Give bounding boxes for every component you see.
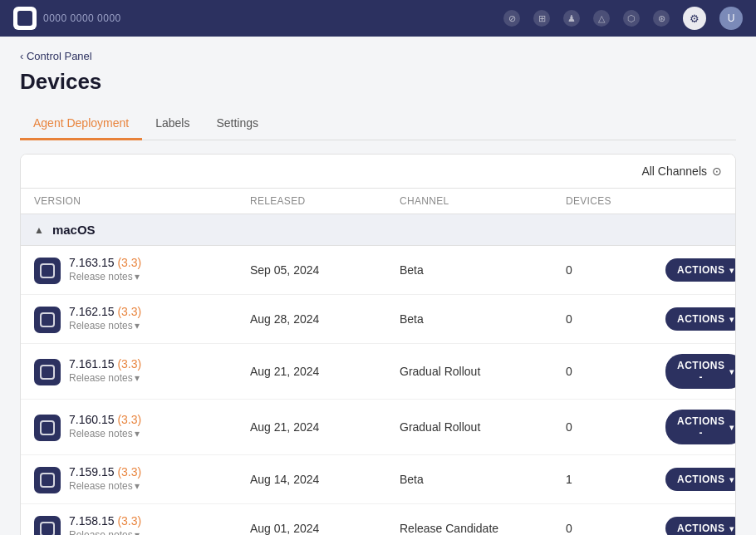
version-tag: (3.3) (117, 357, 141, 371)
rows-container: 7.163.15 (3.3) Release notes ▾ Sep 05, 2… (21, 246, 735, 535)
version-icon (34, 258, 61, 284)
chevron-down-icon: ▾ (729, 367, 734, 376)
actions-cell: ACTIONS ▾ (665, 517, 736, 535)
breadcrumb[interactable]: Control Panel (20, 50, 736, 62)
user-icon[interactable]: ♟ (563, 10, 580, 27)
col-channel: Channel (400, 195, 566, 207)
version-tag: (3.3) (117, 256, 141, 269)
actions-button[interactable]: ACTIONS - ▾ (665, 410, 736, 444)
actions-cell: ACTIONS - ▾ (665, 354, 736, 389)
actions-cell: ACTIONS - ▾ (665, 410, 736, 444)
devices-cell: 0 (566, 365, 665, 378)
table-row: 7.163.15 (3.3) Release notes ▾ Sep 05, 2… (21, 246, 735, 295)
release-notes-link[interactable]: Release notes ▾ (69, 480, 141, 492)
version-icon-inner (40, 263, 55, 278)
chevron-down-icon: ▾ (135, 480, 140, 492)
col-devices: Devices (566, 195, 665, 207)
active-settings-icon[interactable]: ⚙ (683, 7, 706, 30)
grid-icon[interactable]: ⊞ (533, 10, 550, 27)
version-cell: 7.160.15 (3.3) Release notes ▾ (34, 413, 250, 441)
version-icon-inner (40, 420, 55, 435)
version-number: 7.158.15 (3.3) (69, 514, 141, 528)
actions-button[interactable]: ACTIONS ▾ (665, 517, 736, 535)
toolbar: All Channels ⊙ (21, 155, 735, 189)
actions-cell: ACTIONS ▾ (665, 258, 736, 282)
table-row: 7.162.15 (3.3) Release notes ▾ Aug 28, 2… (21, 295, 735, 344)
version-info: 7.158.15 (3.3) Release notes ▾ (69, 514, 141, 535)
actions-label: ACTIONS - (677, 360, 725, 383)
actions-label: ACTIONS (677, 523, 725, 534)
app-name: 0000 0000 0000 (43, 12, 121, 24)
version-number: 7.159.15 (3.3) (69, 465, 141, 479)
tabs-container: Agent Deployment Labels Settings (20, 108, 736, 140)
actions-label: ACTIONS (677, 264, 725, 276)
group-toggle-macos[interactable]: ▲ (34, 224, 44, 236)
release-notes-link[interactable]: Release notes ▾ (69, 428, 141, 439)
channel-label: All Channels (641, 164, 707, 178)
release-notes-link[interactable]: Release notes ▾ (69, 271, 141, 282)
search-icon[interactable]: ⊘ (503, 10, 520, 27)
tab-labels[interactable]: Labels (142, 108, 203, 140)
topnav-left: 0000 0000 0000 (13, 7, 121, 30)
table-row: 7.159.15 (3.3) Release notes ▾ Aug 14, 2… (21, 455, 735, 504)
devices-cell: 0 (566, 420, 665, 434)
version-cell: 7.163.15 (3.3) Release notes ▾ (34, 256, 250, 284)
version-cell: 7.161.15 (3.3) Release notes ▾ (34, 357, 250, 385)
topnav-right: ⊘ ⊞ ♟ △ ⬡ ⊛ ⚙ U (503, 7, 743, 30)
release-notes-link[interactable]: Release notes ▾ (69, 320, 141, 331)
channel-cell: Beta (400, 473, 566, 486)
group-row-macos: ▲ macOS (21, 214, 735, 246)
chevron-down-icon: ▾ (729, 315, 734, 324)
shield-icon[interactable]: ⬡ (623, 10, 640, 27)
version-number: 7.161.15 (3.3) (69, 357, 141, 371)
actions-label: ACTIONS (677, 474, 725, 485)
version-icon (34, 415, 61, 441)
released-cell: Sep 05, 2024 (250, 263, 400, 277)
devices-cell: 0 (566, 263, 665, 277)
chevron-down-icon: ▾ (729, 524, 734, 533)
col-version: Version (34, 195, 250, 207)
user-avatar[interactable]: U (719, 7, 743, 30)
version-info: 7.161.15 (3.3) Release notes ▾ (69, 357, 141, 384)
release-notes-link[interactable]: Release notes ▾ (69, 372, 141, 384)
actions-button[interactable]: ACTIONS - ▾ (665, 354, 736, 389)
actions-label: ACTIONS - (677, 415, 725, 439)
release-notes-link[interactable]: Release notes ▾ (69, 529, 141, 535)
tab-settings[interactable]: Settings (203, 108, 272, 140)
channel-cell: Gradual Rollout (400, 365, 566, 378)
actions-button[interactable]: ACTIONS ▾ (665, 258, 736, 282)
released-cell: Aug 28, 2024 (250, 312, 400, 326)
version-tag: (3.3) (117, 514, 141, 528)
page-content: Control Panel Devices Agent Deployment L… (0, 37, 756, 535)
actions-button[interactable]: ACTIONS ▾ (665, 468, 736, 491)
chevron-down-icon: ▾ (135, 372, 140, 384)
actions-cell: ACTIONS ▾ (665, 307, 736, 331)
table-row: 7.160.15 (3.3) Release notes ▾ Aug 21, 2… (21, 400, 735, 455)
chevron-down-icon: ▾ (135, 428, 140, 439)
bell-icon[interactable]: △ (593, 10, 610, 27)
app-logo[interactable] (13, 7, 37, 30)
chevron-down-icon: ▾ (135, 271, 140, 282)
col-released: Released (250, 195, 400, 207)
group-label-macos: macOS (52, 223, 96, 237)
version-icon (34, 516, 61, 535)
actions-button[interactable]: ACTIONS ▾ (665, 307, 736, 331)
version-tag: (3.3) (117, 305, 141, 318)
chevron-down-icon: ▾ (135, 529, 140, 535)
devices-cell: 0 (566, 522, 665, 535)
version-icon (34, 307, 61, 333)
settings-icon[interactable]: ⊛ (653, 10, 670, 27)
chevron-down-icon: ▾ (729, 266, 734, 275)
version-info: 7.159.15 (3.3) Release notes ▾ (69, 465, 141, 492)
tab-agent-deployment[interactable]: Agent Deployment (20, 108, 142, 140)
released-cell: Aug 21, 2024 (250, 420, 400, 434)
chevron-down-icon: ▾ (135, 320, 140, 331)
version-tag: (3.3) (117, 413, 141, 426)
version-number: 7.160.15 (3.3) (69, 413, 141, 426)
channel-selector[interactable]: All Channels ⊙ (641, 164, 722, 178)
channel-cell: Beta (400, 312, 566, 326)
version-number: 7.162.15 (3.3) (69, 305, 141, 318)
version-info: 7.160.15 (3.3) Release notes ▾ (69, 413, 141, 439)
released-cell: Aug 14, 2024 (250, 473, 400, 486)
table-header: Version Released Channel Devices (21, 189, 735, 214)
